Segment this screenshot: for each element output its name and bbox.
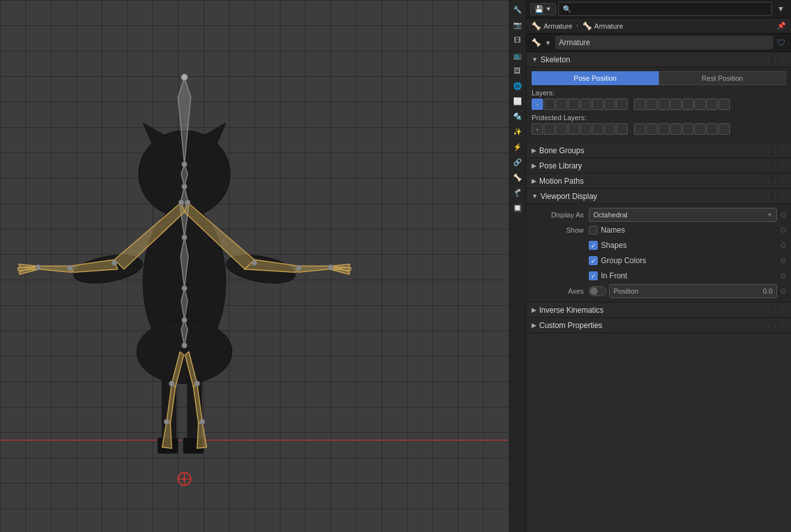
world-icon[interactable]: 🌐: [511, 79, 525, 93]
layer-btn-7[interactable]: [604, 99, 616, 110]
names-checkbox[interactable]: [589, 226, 598, 235]
layer-btn-3[interactable]: [556, 99, 567, 110]
tool-icon[interactable]: 🔧: [511, 3, 525, 17]
object-name-input[interactable]: [555, 36, 773, 50]
svg-point-51: [164, 419, 169, 425]
protected-layer-btn-5[interactable]: [580, 123, 591, 135]
layer-btn-11[interactable]: [658, 99, 670, 110]
svg-point-42: [179, 200, 184, 205]
bone-constraint-icon[interactable]: 🔲: [511, 201, 525, 215]
protected-layer-btn-4[interactable]: [568, 123, 579, 135]
layer-btn-8[interactable]: [616, 99, 628, 110]
scene-icon[interactable]: 📷: [511, 18, 525, 32]
layer-btn-5[interactable]: [580, 99, 591, 110]
search-input[interactable]: [558, 2, 772, 16]
pose-position-button[interactable]: Pose Position: [532, 71, 659, 85]
layer-btn-13[interactable]: [682, 99, 694, 110]
armature-data-icon[interactable]: 🦴: [511, 170, 525, 184]
skeleton-dots: ⋮⋮⋮: [765, 56, 786, 63]
custom-properties-header[interactable]: ▶ Custom Properties ⋮⋮⋮: [526, 318, 791, 333]
display-as-dot: [781, 212, 786, 217]
layer-btn-2[interactable]: [544, 99, 555, 110]
constraint-icon[interactable]: 🔗: [511, 155, 525, 169]
breadcrumb-item-2[interactable]: 🦴 Armature: [582, 22, 623, 31]
view-layer-icon[interactable]: 🖼: [511, 64, 525, 78]
axes-toggle[interactable]: [589, 286, 607, 296]
particle-icon[interactable]: ✨: [511, 125, 525, 139]
render-icon[interactable]: 🎞: [511, 33, 525, 47]
layer-btn-12[interactable]: [670, 99, 682, 110]
layer-btn-14[interactable]: [694, 99, 706, 110]
svg-point-36: [182, 162, 187, 167]
svg-point-37: [182, 184, 187, 189]
layer-btn-6[interactable]: [592, 99, 603, 110]
layer-btn-4[interactable]: [568, 99, 579, 110]
in-front-prop: In Front: [589, 271, 777, 280]
breadcrumb: 🦴 Armature › 🦴 Armature 📌: [526, 18, 791, 34]
shapes-row: Shapes: [532, 238, 786, 252]
axes-row: Axes Position 0.0: [532, 284, 786, 298]
layer-btn-15[interactable]: [706, 99, 718, 110]
motion-paths-dots: ⋮⋮⋮: [765, 177, 786, 184]
protected-layer-btn-11[interactable]: [658, 123, 670, 135]
protected-layer-btn-8[interactable]: [616, 123, 628, 135]
in-front-checkbox[interactable]: [589, 271, 598, 280]
protected-layer-btn-6[interactable]: [592, 123, 603, 135]
protected-layer-btn-16[interactable]: [719, 123, 730, 135]
skeleton-section-header[interactable]: ▼ Skeleton ⋮⋮⋮: [526, 52, 791, 67]
breadcrumb-label-2: Armature: [595, 22, 623, 30]
axes-label: Axes: [532, 287, 589, 295]
names-prop: Names: [589, 226, 777, 235]
shapes-checkbox[interactable]: [589, 241, 598, 250]
display-as-dropdown[interactable]: Octahedral ▼: [589, 208, 777, 222]
save-button[interactable]: 💾 ▼: [530, 3, 556, 15]
axes-position-field[interactable]: Position 0.0: [609, 284, 777, 298]
group-colors-checkbox[interactable]: [589, 256, 598, 265]
axes-dot: [781, 289, 786, 294]
collapse-button[interactable]: ▼: [774, 3, 787, 15]
rest-position-button[interactable]: Rest Position: [659, 71, 786, 85]
motion-paths-header[interactable]: ▶ Motion Paths ⋮⋮⋮: [526, 174, 791, 189]
armature-type-icon: 🦴: [532, 38, 541, 47]
svg-point-35: [181, 74, 188, 81]
inverse-kinematics-header[interactable]: ▶ Inverse Kinematics ⋮⋮⋮: [526, 303, 791, 318]
protected-layer-btn-15[interactable]: [706, 123, 718, 135]
protected-layer-btn-7[interactable]: [604, 123, 616, 135]
shield-icon[interactable]: 🛡: [777, 38, 786, 48]
modifier-icon[interactable]: 🔩: [511, 109, 525, 123]
save-arrow: ▼: [546, 6, 551, 12]
viewport[interactable]: [0, 0, 509, 532]
viewport-display-header[interactable]: ▼ Viewport Display ⋮⋮⋮: [526, 189, 791, 204]
ik-arrow: ▶: [532, 306, 537, 313]
pin-icon[interactable]: 📌: [777, 22, 786, 30]
protected-layer-btn-2[interactable]: [544, 123, 555, 135]
pose-library-header[interactable]: ▶ Pose Library ⋮⋮⋮: [526, 158, 791, 174]
protected-layer-btn-10[interactable]: [646, 123, 657, 135]
protected-layer-btn-13[interactable]: [682, 123, 694, 135]
object-icon[interactable]: ⬜: [511, 94, 525, 108]
svg-point-41: [182, 343, 187, 348]
protected-layer-btn-3[interactable]: [556, 123, 567, 135]
group-colors-row: Group Colors: [532, 254, 786, 268]
output-icon[interactable]: 📺: [511, 48, 525, 62]
protected-layer-btn-12[interactable]: [670, 123, 682, 135]
save-icon: 💾: [535, 5, 544, 13]
layer-btn-9[interactable]: [634, 99, 645, 110]
protected-layer-btn-9[interactable]: [634, 123, 645, 135]
bone-groups-header[interactable]: ▶ Bone Groups ⋮⋮⋮: [526, 143, 791, 158]
breadcrumb-item-1[interactable]: 🦴 Armature: [532, 22, 572, 31]
axes-position-label: Position: [614, 287, 638, 295]
protected-layer-btn-1[interactable]: [532, 123, 543, 135]
layer-btn-16[interactable]: [719, 99, 730, 110]
svg-point-46: [185, 200, 190, 205]
physics-icon[interactable]: ⚡: [511, 140, 525, 154]
in-front-label: In Front: [601, 271, 627, 280]
bone-icon[interactable]: 🦿: [511, 186, 525, 200]
in-front-dot: [781, 273, 786, 278]
protected-layer-btn-14[interactable]: [694, 123, 706, 135]
display-as-row: Display As Octahedral ▼: [532, 208, 786, 222]
layers-label: Layers:: [532, 89, 786, 97]
layer-btn-10[interactable]: [646, 99, 657, 110]
layer-btn-1[interactable]: [532, 99, 543, 110]
armature-character: [0, 0, 509, 532]
